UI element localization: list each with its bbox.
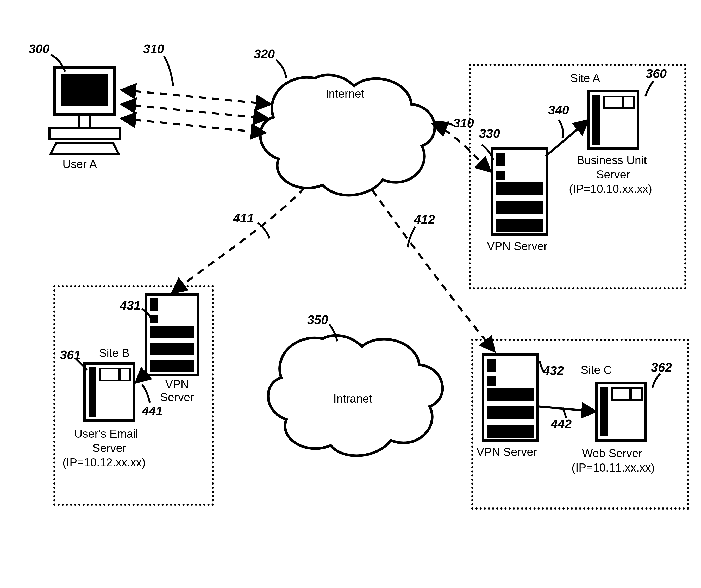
ref-361: 361 (60, 348, 81, 362)
svg-rect-0 (55, 68, 114, 115)
ref-340: 340 (548, 103, 569, 117)
ref-350: 350 (307, 313, 328, 327)
site-c-vpn-label: VPN Server (477, 445, 537, 458)
site-a-server-name: Business Unit (577, 154, 647, 167)
ref-320: 320 (254, 47, 275, 61)
ref-300: 300 (29, 42, 49, 56)
site-c-server-name: Web Server (582, 447, 642, 460)
svg-rect-3 (49, 128, 120, 139)
ref-362: 362 (651, 360, 672, 375)
internet-label: Internet (325, 87, 364, 100)
site-c-title: Site C (581, 363, 612, 376)
computer-icon (49, 68, 120, 154)
ref-360: 360 (646, 66, 667, 81)
site-a-vpn-label: VPN Server (487, 240, 547, 253)
site-a-box (469, 64, 686, 289)
svg-rect-1 (61, 74, 108, 106)
ref-310-left: 310 (143, 42, 164, 56)
site-b-title: Site B (99, 347, 130, 360)
ref-412: 412 (414, 212, 435, 227)
site-b-server-sub: Server (92, 442, 126, 455)
site-a-title: Site A (570, 72, 600, 85)
ref-431: 431 (120, 298, 141, 313)
ref-310-right: 310 (453, 116, 474, 130)
intranet-label: Intranet (333, 392, 372, 405)
site-b-server-name: User's Email (74, 427, 138, 440)
site-b-vpn-label: VPNServer (149, 378, 206, 404)
svg-rect-2 (79, 115, 90, 128)
diagram-canvas: User A Internet Intranet Site A VPN Serv… (0, 0, 701, 588)
ref-441: 441 (142, 404, 163, 418)
ref-442: 442 (551, 417, 571, 431)
site-b-ip: (IP=10.12.xx.xx) (62, 456, 146, 469)
site-a-server-sub: Server (596, 168, 630, 181)
site-c-ip: (IP=10.11.xx.xx) (571, 461, 655, 474)
ref-330: 330 (479, 126, 500, 141)
user-a-label: User A (62, 158, 97, 171)
ref-411: 411 (233, 211, 254, 225)
ref-432: 432 (543, 363, 564, 378)
site-a-ip: (IP=10.10.xx.xx) (569, 182, 652, 195)
